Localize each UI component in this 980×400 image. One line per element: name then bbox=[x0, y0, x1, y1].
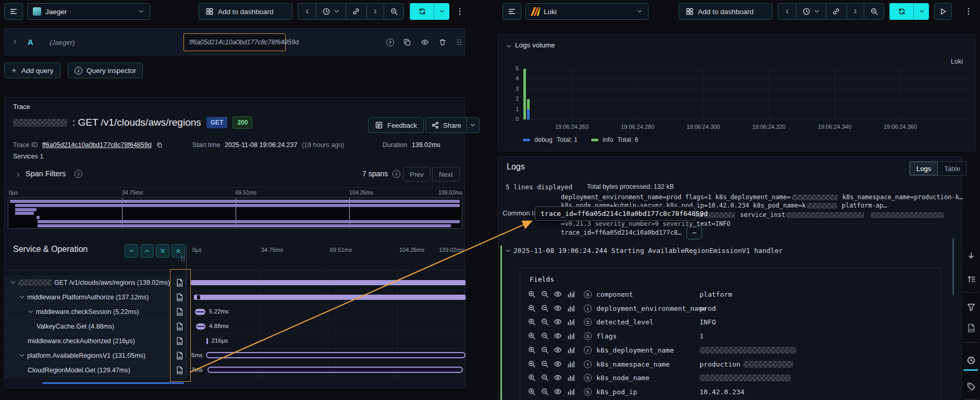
span-duration-bar[interactable] bbox=[194, 295, 466, 300]
field-stats-icon[interactable] bbox=[567, 387, 575, 396]
time-picker-button[interactable] bbox=[796, 4, 826, 19]
filter-out-value-icon[interactable] bbox=[541, 290, 549, 298]
span-duration-bar[interactable] bbox=[196, 323, 205, 330]
filter-out-value-icon[interactable] bbox=[541, 304, 549, 312]
feedback-button[interactable]: Feedback bbox=[368, 117, 424, 133]
toggle-field-icon[interactable] bbox=[554, 304, 562, 312]
filter-for-value-icon[interactable] bbox=[528, 318, 536, 326]
span-filters-info-icon[interactable]: i bbox=[75, 170, 82, 178]
run-query-interval-dropdown[interactable] bbox=[913, 3, 929, 20]
run-query-refresh[interactable] bbox=[410, 3, 434, 20]
toggle-field-icon[interactable] bbox=[554, 360, 562, 368]
query-inspector-button[interactable]: i Query inspector bbox=[68, 63, 143, 78]
field-stats-icon[interactable] bbox=[567, 373, 575, 382]
labels-tag-icon[interactable] bbox=[966, 382, 976, 391]
toggle-logs[interactable]: Logs bbox=[910, 162, 938, 175]
time-picker-button[interactable] bbox=[316, 4, 346, 19]
tree-scrollbar[interactable] bbox=[42, 382, 184, 384]
time-forward-button[interactable] bbox=[847, 4, 864, 19]
toggle-field-icon[interactable] bbox=[554, 387, 562, 396]
filter-out-value-icon[interactable] bbox=[541, 318, 549, 326]
zoom-out-button[interactable] bbox=[864, 4, 884, 19]
span-expand-chevron[interactable] bbox=[19, 294, 25, 300]
menu-button[interactable] bbox=[503, 3, 521, 20]
span-name-cell[interactable]: platform.AvailableRegionsV1 (131.05ms) bbox=[5, 348, 173, 363]
span-name-cell[interactable]: ValkeyCache.Get (4.88ms) bbox=[5, 319, 173, 334]
volume-bar-debug[interactable] bbox=[527, 110, 530, 119]
menu-button[interactable] bbox=[4, 3, 23, 20]
toggle-table[interactable]: Table bbox=[938, 162, 966, 175]
remove-filter-button[interactable]: − bbox=[687, 226, 702, 239]
span-duration-bar[interactable] bbox=[206, 338, 208, 344]
add-query-button[interactable]: Add query bbox=[4, 63, 60, 78]
toggle-visibility-icon[interactable] bbox=[421, 38, 429, 46]
add-to-dashboard-button[interactable]: Add to dashboard bbox=[199, 3, 292, 20]
time-sync-link-button[interactable] bbox=[346, 4, 366, 19]
delete-query-icon[interactable] bbox=[438, 38, 447, 46]
time-display-icon[interactable] bbox=[966, 356, 976, 365]
span-duration-bar[interactable] bbox=[207, 367, 463, 373]
span-duration-bar[interactable] bbox=[195, 309, 205, 315]
volume-bar-info[interactable] bbox=[523, 69, 526, 119]
filter-out-value-icon[interactable] bbox=[541, 373, 549, 382]
share-button[interactable]: Share bbox=[426, 118, 467, 132]
filter-out-value-icon[interactable] bbox=[541, 360, 549, 368]
log-row-chevron[interactable] bbox=[505, 248, 511, 254]
toggle-field-icon[interactable] bbox=[554, 318, 562, 326]
toggle-field-icon[interactable] bbox=[554, 332, 562, 340]
filter-for-value-icon[interactable] bbox=[528, 332, 536, 340]
field-stats-icon[interactable] bbox=[567, 332, 575, 340]
scroll-to-bottom-icon[interactable] bbox=[966, 251, 976, 261]
duplicate-query-icon[interactable] bbox=[403, 38, 411, 46]
span-filters-chevron[interactable] bbox=[15, 172, 21, 178]
volume-bar-info[interactable] bbox=[527, 99, 530, 109]
field-stats-icon[interactable] bbox=[567, 304, 575, 312]
filter-icon[interactable] bbox=[966, 302, 976, 312]
span-count-info-icon[interactable]: i bbox=[393, 170, 400, 178]
zoom-out-button[interactable] bbox=[384, 4, 403, 19]
pane-kebab-menu[interactable] bbox=[963, 3, 974, 20]
span-expand-chevron[interactable] bbox=[19, 353, 25, 359]
live-tail-button[interactable] bbox=[934, 3, 952, 20]
column-resize-handle[interactable]: || bbox=[181, 254, 186, 262]
filter-for-value-icon[interactable] bbox=[528, 387, 536, 396]
logs-volume-collapse-chevron[interactable] bbox=[506, 43, 512, 50]
span-name-cell[interactable]: CloudRegionModel.Get (129.47ms) bbox=[5, 363, 173, 378]
share-dropdown[interactable] bbox=[467, 118, 479, 132]
filter-out-value-icon[interactable] bbox=[541, 387, 549, 396]
span-duration-bar[interactable] bbox=[191, 280, 466, 285]
copy-trace-id-icon[interactable] bbox=[156, 142, 163, 148]
trace-id-value[interactable]: ff6a05d214c10a0bd177c8c78f64859d bbox=[42, 141, 152, 149]
time-back-button[interactable] bbox=[298, 4, 316, 19]
trace-minimap[interactable] bbox=[8, 198, 462, 229]
toggle-field-icon[interactable] bbox=[554, 290, 562, 298]
add-to-dashboard-button[interactable]: Add to dashboard bbox=[679, 3, 773, 20]
time-back-button[interactable] bbox=[778, 4, 796, 19]
run-query-interval-dropdown[interactable] bbox=[434, 3, 449, 20]
filter-for-value-icon[interactable] bbox=[528, 290, 536, 298]
datasource-picker[interactable]: Loki bbox=[525, 3, 648, 20]
query-collapse-chevron[interactable] bbox=[12, 39, 18, 45]
span-name-cell[interactable]: middleware.checkAuthorized (216μs) bbox=[5, 334, 173, 348]
toggle-field-icon[interactable] bbox=[554, 373, 562, 382]
filter-for-value-icon[interactable] bbox=[528, 346, 536, 354]
logs-scrollbar[interactable] bbox=[952, 238, 954, 295]
span-name-cell[interactable]: middleware.PlatformAuthorize (137.12ms) bbox=[5, 290, 173, 305]
field-stats-icon[interactable] bbox=[567, 346, 575, 354]
span-duration-bar[interactable] bbox=[206, 352, 466, 358]
filter-for-value-icon[interactable] bbox=[528, 360, 536, 368]
pane-kebab-menu[interactable] bbox=[455, 3, 465, 20]
filter-for-value-icon[interactable] bbox=[528, 304, 536, 312]
toggle-field-icon[interactable] bbox=[554, 346, 562, 354]
collapse-one-button[interactable] bbox=[125, 244, 138, 258]
field-stats-icon[interactable] bbox=[567, 318, 575, 326]
field-stats-icon[interactable] bbox=[567, 290, 575, 298]
sort-order-icon[interactable] bbox=[966, 274, 976, 284]
prev-span-button[interactable]: Prev bbox=[403, 167, 431, 181]
query-help-icon[interactable]: ? bbox=[386, 39, 394, 46]
expand-one-button[interactable] bbox=[140, 244, 154, 258]
field-stats-icon[interactable] bbox=[567, 360, 575, 368]
span-expand-chevron[interactable] bbox=[10, 280, 16, 286]
datasource-picker[interactable]: Jaeger bbox=[27, 3, 150, 20]
filter-out-value-icon[interactable] bbox=[541, 346, 549, 354]
